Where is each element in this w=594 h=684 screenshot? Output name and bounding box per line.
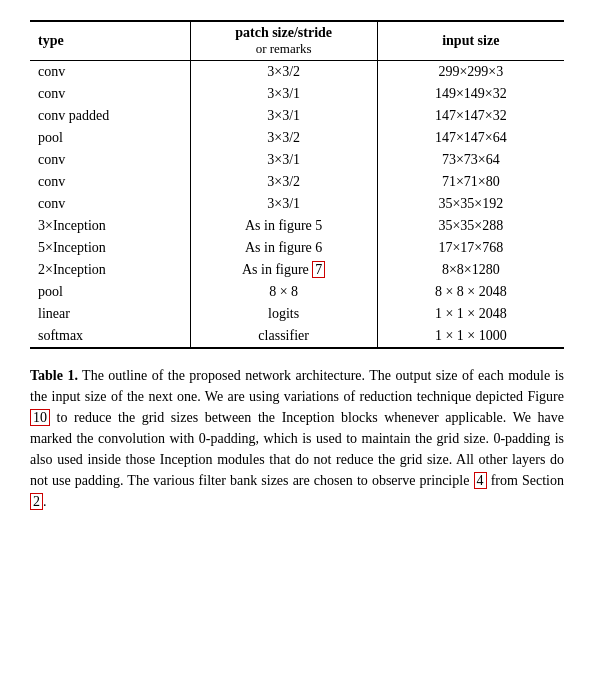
caption-text1: The outline of the proposed network arch… — [30, 368, 564, 404]
cell-input: 35×35×288 — [377, 215, 564, 237]
col-header-patch: patch size/stride or remarks — [190, 21, 377, 61]
cell-input: 8×8×1280 — [377, 259, 564, 281]
col-header-patch-sub: or remarks — [199, 41, 369, 57]
cell-type: 3×Inception — [30, 215, 190, 237]
caption-text3: from Section — [487, 473, 565, 488]
caption-ref1: 10 — [30, 409, 50, 426]
table-caption: Table 1. The outline of the proposed net… — [30, 365, 564, 512]
cell-input: 149×149×32 — [377, 83, 564, 105]
cell-type: conv — [30, 83, 190, 105]
cell-type: 5×Inception — [30, 237, 190, 259]
table-row: conv3×3/1149×149×32 — [30, 83, 564, 105]
cell-type: 2×Inception — [30, 259, 190, 281]
table-row: linearlogits1 × 1 × 2048 — [30, 303, 564, 325]
cell-type: conv — [30, 61, 190, 84]
cell-input: 8 × 8 × 2048 — [377, 281, 564, 303]
caption-label: Table 1. — [30, 368, 78, 383]
table-row: conv3×3/2299×299×3 — [30, 61, 564, 84]
cell-input: 35×35×192 — [377, 193, 564, 215]
table-row: pool3×3/2147×147×64 — [30, 127, 564, 149]
cell-input: 147×147×32 — [377, 105, 564, 127]
cell-patch: 8 × 8 — [190, 281, 377, 303]
cell-patch: As in figure 7 — [190, 259, 377, 281]
table-row: conv3×3/271×71×80 — [30, 171, 564, 193]
cell-patch: As in figure 6 — [190, 237, 377, 259]
table-row: 5×InceptionAs in figure 617×17×768 — [30, 237, 564, 259]
cell-patch: logits — [190, 303, 377, 325]
architecture-table: type patch size/stride or remarks input … — [30, 20, 564, 349]
cell-type: conv — [30, 193, 190, 215]
cell-patch: 3×3/1 — [190, 105, 377, 127]
caption-ref3: 2 — [30, 493, 43, 510]
caption-text4: . — [43, 494, 47, 509]
cell-type: pool — [30, 127, 190, 149]
table-row: 3×InceptionAs in figure 535×35×288 — [30, 215, 564, 237]
table-row: 2×InceptionAs in figure 78×8×1280 — [30, 259, 564, 281]
table-row: conv3×3/135×35×192 — [30, 193, 564, 215]
cell-patch: 3×3/2 — [190, 171, 377, 193]
cell-type: linear — [30, 303, 190, 325]
table-row: conv padded3×3/1147×147×32 — [30, 105, 564, 127]
cell-input: 299×299×3 — [377, 61, 564, 84]
table-row: softmaxclassifier1 × 1 × 1000 — [30, 325, 564, 348]
cell-type: softmax — [30, 325, 190, 348]
table-row: pool8 × 88 × 8 × 2048 — [30, 281, 564, 303]
cell-patch: classifier — [190, 325, 377, 348]
cell-patch: 3×3/1 — [190, 193, 377, 215]
cell-type: conv — [30, 149, 190, 171]
cell-input: 147×147×64 — [377, 127, 564, 149]
cell-input: 1 × 1 × 1000 — [377, 325, 564, 348]
cell-patch: As in figure 5 — [190, 215, 377, 237]
cell-type: conv — [30, 171, 190, 193]
cell-type: conv padded — [30, 105, 190, 127]
cell-input: 71×71×80 — [377, 171, 564, 193]
col-header-type: type — [30, 21, 190, 61]
cell-patch: 3×3/1 — [190, 83, 377, 105]
cell-patch: 3×3/2 — [190, 61, 377, 84]
cell-type: pool — [30, 281, 190, 303]
cell-input: 1 × 1 × 2048 — [377, 303, 564, 325]
col-header-patch-main: patch size/stride — [199, 25, 369, 41]
cell-input: 17×17×768 — [377, 237, 564, 259]
table-row: conv3×3/173×73×64 — [30, 149, 564, 171]
col-header-input: input size — [377, 21, 564, 61]
caption-ref2: 4 — [474, 472, 487, 489]
cell-patch: 3×3/1 — [190, 149, 377, 171]
cell-patch: 3×3/2 — [190, 127, 377, 149]
cell-input: 73×73×64 — [377, 149, 564, 171]
